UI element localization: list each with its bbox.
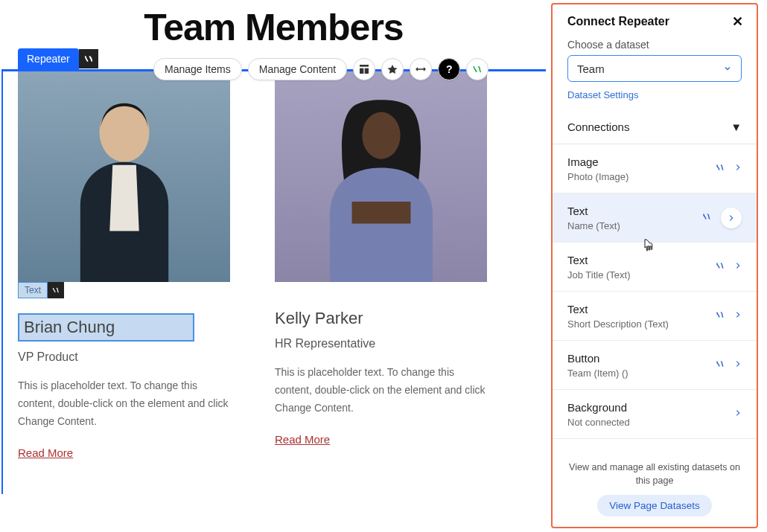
connection-item-text-job-title[interactable]: Text Job Title (Text) [553, 243, 757, 292]
dataset-select-value: Team [577, 63, 605, 75]
connected-icon [715, 310, 725, 323]
connection-title: Background [567, 401, 630, 414]
close-icon[interactable]: ✕ [732, 13, 743, 30]
chevron-down-icon [723, 63, 732, 75]
svg-rect-0 [360, 65, 369, 67]
chevron-right-icon [734, 359, 742, 372]
connected-icon [715, 359, 725, 372]
text-element-badge[interactable]: Text [18, 282, 64, 298]
repeater-badge-label: Repeater [18, 48, 79, 69]
animation-icon[interactable] [381, 58, 404, 80]
choose-dataset-label: Choose a dataset [567, 39, 742, 51]
page-title: Team Members [0, 6, 547, 49]
connection-subtitle: Short Description (Text) [567, 318, 669, 330]
connections-list: Image Photo (Image) Text Name (Text) Tex… [553, 144, 757, 449]
member-description[interactable]: This is placeholder text. To change this… [275, 364, 487, 417]
connection-title: Text [567, 254, 631, 266]
panel-footer-text: View and manage all existing datasets on… [567, 461, 742, 487]
manage-items-button[interactable]: Manage Items [153, 58, 242, 80]
connection-subtitle: Job Title (Text) [567, 269, 631, 281]
member-description[interactable]: This is placeholder text. To change this… [18, 377, 230, 430]
team-member-card[interactable]: Kelly Parker HR Representative This is p… [275, 70, 487, 459]
connections-section-header[interactable]: Connections ▼ [553, 110, 757, 144]
connected-icon [715, 260, 725, 274]
connected-icon [715, 162, 725, 176]
connection-item-text-name[interactable]: Text Name (Text) [553, 193, 757, 243]
manage-content-button[interactable]: Manage Content [248, 58, 348, 80]
repeater-badge[interactable]: Repeater [18, 48, 98, 69]
connection-title: Button [567, 352, 628, 365]
member-photo[interactable] [18, 70, 230, 282]
chevron-right-icon [734, 162, 742, 176]
member-name[interactable]: Brian Chung [18, 313, 194, 342]
repeater-container[interactable]: Repeater Manage Items Manage Content ? [0, 70, 547, 459]
connect-repeater-panel: Connect Repeater ✕ Choose a dataset Team… [551, 3, 758, 528]
caret-down-icon: ▼ [731, 121, 742, 133]
connection-item-image[interactable]: Image Photo (Image) [553, 144, 757, 193]
member-role[interactable]: HR Representative [275, 337, 487, 350]
chevron-right-icon [734, 260, 742, 274]
read-more-link[interactable]: Read More [275, 433, 487, 446]
connected-icon [701, 211, 712, 225]
member-photo[interactable] [275, 70, 487, 282]
panel-title: Connect Repeater [567, 15, 669, 28]
chevron-right-icon [721, 208, 742, 228]
svg-rect-1 [360, 68, 363, 74]
connect-data-toolbar-icon[interactable] [466, 58, 488, 80]
connection-item-text-description[interactable]: Text Short Description (Text) [553, 292, 757, 341]
cursor-pointer-icon [640, 237, 654, 257]
svg-point-5 [362, 112, 400, 158]
chevron-right-icon [734, 310, 742, 323]
connection-subtitle: Not connected [567, 417, 630, 428]
person-silhouette-icon [50, 92, 199, 283]
connection-item-background[interactable]: Background Not connected [553, 390, 757, 439]
layout-icon[interactable] [353, 58, 375, 80]
chevron-right-icon [734, 408, 742, 421]
connection-title: Text [567, 303, 669, 315]
repeater-selection-outline-left [1, 70, 3, 494]
connection-item-button[interactable]: Button Team (Item) () [553, 341, 757, 390]
dataset-select[interactable]: Team [567, 55, 742, 82]
help-icon[interactable]: ? [438, 58, 460, 80]
dataset-settings-link[interactable]: Dataset Settings [567, 89, 638, 100]
connection-subtitle: Photo (Image) [567, 171, 628, 182]
team-member-card[interactable]: Text Brian Chung VP Product This is plac… [18, 70, 230, 459]
connect-data-icon[interactable] [48, 282, 64, 298]
connection-title: Text [567, 205, 620, 217]
view-page-datasets-button[interactable]: View Page Datasets [597, 495, 711, 516]
connections-label: Connections [567, 121, 629, 133]
svg-marker-3 [388, 65, 398, 74]
member-name[interactable]: Kelly Parker [275, 309, 487, 328]
connection-title: Image [567, 156, 628, 168]
repeater-floating-toolbar: Manage Items Manage Content ? [153, 58, 488, 80]
stretch-icon[interactable] [410, 58, 432, 80]
connect-data-icon[interactable] [79, 49, 98, 68]
text-badge-label: Text [18, 282, 48, 298]
read-more-link[interactable]: Read More [18, 446, 230, 459]
member-role[interactable]: VP Product [18, 350, 230, 364]
connection-subtitle: Team (Item) () [567, 368, 628, 379]
person-silhouette-icon [307, 92, 456, 283]
connection-subtitle: Name (Text) [567, 220, 620, 231]
svg-rect-2 [365, 68, 369, 74]
